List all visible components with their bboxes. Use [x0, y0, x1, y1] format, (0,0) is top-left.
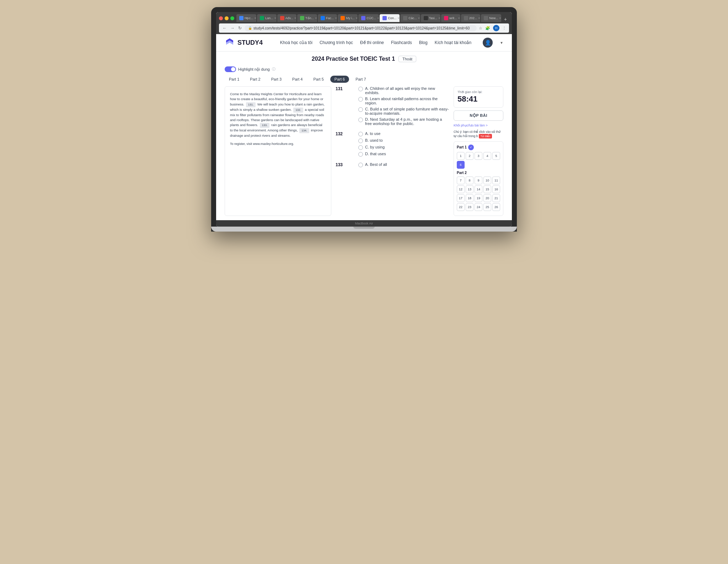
part3-btn[interactable]: Part 3: [267, 76, 286, 83]
num-16[interactable]: 16: [492, 185, 500, 193]
q132-option-b[interactable]: B. used to: [358, 138, 386, 143]
tab-7[interactable]: CÚC... ×: [358, 14, 379, 22]
close-btn[interactable]: [219, 16, 223, 20]
address-bar[interactable]: 🔒 study4.com/tests/4692/practice/?part=1…: [245, 25, 477, 31]
tab-4[interactable]: Tốn... ×: [297, 14, 317, 22]
part2-num-grid: 7 8 9 10 11 12 13 14 15 16: [457, 177, 500, 211]
num-25[interactable]: 25: [483, 203, 491, 211]
q132-option-a[interactable]: A. to use: [358, 131, 386, 136]
num-26[interactable]: 26: [492, 203, 500, 211]
maximize-btn[interactable]: [230, 16, 234, 20]
num-19[interactable]: 19: [475, 194, 482, 202]
vocab-btn[interactable]: Từ điển: [479, 134, 492, 139]
user-avatar[interactable]: 👤: [483, 38, 493, 48]
part1-btn[interactable]: Part 1: [225, 76, 243, 83]
nav-curriculum[interactable]: Chương trình học: [320, 40, 353, 45]
q132-c-text: C. by using: [365, 145, 385, 149]
info-icon: ⓘ: [272, 67, 275, 72]
num-1[interactable]: 1: [457, 152, 465, 160]
tab-12[interactable]: 202... ×: [461, 14, 481, 22]
num-13[interactable]: 13: [466, 185, 473, 193]
num-20[interactable]: 20: [483, 194, 491, 202]
q131-option-d[interactable]: D. Next Saturday at 4 p.m., we are hosti…: [358, 117, 449, 126]
avatar-dropdown-icon[interactable]: ▼: [500, 41, 503, 45]
traffic-lights: [219, 16, 234, 20]
reload-button[interactable]: ↻: [237, 26, 242, 31]
site-logo[interactable]: STUDY4: [225, 38, 263, 48]
radio-131b: [358, 97, 363, 102]
part7-btn[interactable]: Part 7: [351, 76, 370, 83]
num-6[interactable]: 6: [457, 161, 465, 169]
num-12[interactable]: 12: [457, 185, 465, 193]
exit-button[interactable]: Thoát: [398, 56, 416, 62]
num-3[interactable]: 3: [475, 152, 482, 160]
num-8[interactable]: 8: [466, 177, 473, 184]
tab-3[interactable]: Adv... ×: [277, 14, 296, 22]
tab-2[interactable]: Lan... ×: [257, 14, 277, 22]
tab-active[interactable]: Con... ×: [380, 14, 400, 22]
num-10[interactable]: 10: [483, 177, 491, 184]
nav-activate[interactable]: Kích hoạt tài khoản: [435, 40, 471, 45]
nav-blog[interactable]: Blog: [419, 40, 428, 45]
num-23[interactable]: 23: [466, 203, 473, 211]
radio-131a: [358, 87, 363, 91]
restore-link[interactable]: Khôi phục/lưu bài làm >: [454, 124, 503, 127]
timer-value: 58:41: [457, 94, 499, 104]
part4-btn[interactable]: Part 4: [288, 76, 307, 83]
back-button[interactable]: ←: [222, 26, 228, 31]
submit-button[interactable]: NỘP BÀI: [454, 110, 503, 121]
tab-6[interactable]: My i... ×: [338, 14, 358, 22]
num-24[interactable]: 24: [475, 203, 482, 211]
highlight-toggle-container: Highlight nội dung ⓘ: [225, 66, 275, 72]
num-4[interactable]: 4: [483, 152, 491, 160]
radio-132b: [358, 139, 363, 143]
num-22[interactable]: 22: [457, 203, 465, 211]
passage-panel: Come to the Maxley Heights Center for Ho…: [225, 86, 331, 216]
tab-10[interactable]: Tasi... ×: [421, 14, 440, 22]
num-5[interactable]: 5: [492, 152, 500, 160]
q131-option-c[interactable]: C. Build a set of simple patio furniture…: [358, 107, 449, 115]
q131-option-b[interactable]: B. Learn about rainfall patterns across …: [358, 97, 449, 105]
num-15[interactable]: 15: [483, 185, 491, 193]
bookmark-icon[interactable]: ☆: [479, 26, 482, 31]
q131-option-a[interactable]: A. Children of all ages will enjoy the n…: [358, 86, 449, 95]
forward-button[interactable]: →: [230, 26, 235, 31]
num-2[interactable]: 2: [466, 152, 473, 160]
radio-132c: [358, 145, 363, 150]
test-title-text: 2024 Practice Set TOEIC Test 1: [312, 56, 395, 62]
tab-1[interactable]: Học... ×: [236, 14, 256, 22]
tab-5[interactable]: Fac... ×: [318, 14, 337, 22]
q133-option-a[interactable]: A. Best of all: [358, 162, 387, 167]
browser-nav-bar: ← → ↻ 🔒 study4.com/tests/4692/practice/?…: [219, 23, 509, 33]
passage-text: Come to the Maxley Heights Center for Ho…: [230, 92, 326, 138]
menu-icon[interactable]: ⋮: [502, 26, 506, 31]
tab-9[interactable]: Các... ×: [400, 14, 420, 22]
part2-btn[interactable]: Part 2: [246, 76, 264, 83]
q132-option-d[interactable]: D. that uses: [358, 152, 386, 157]
num-18[interactable]: 18: [466, 194, 473, 202]
tab-13[interactable]: New... ×: [481, 14, 501, 22]
nav-flashcards[interactable]: Flashcards: [391, 40, 412, 45]
nav-tests[interactable]: Đề thi online: [360, 40, 384, 45]
num-9[interactable]: 9: [475, 177, 482, 184]
nav-courses[interactable]: Khoá học của tôi: [280, 40, 312, 45]
tab-11[interactable]: writ... ×: [441, 14, 460, 22]
num-14[interactable]: 14: [475, 185, 482, 193]
part6-btn[interactable]: Part 6: [330, 76, 349, 83]
toggle-switch[interactable]: [225, 66, 236, 72]
num-21[interactable]: 21: [492, 194, 500, 202]
profile-icon[interactable]: H: [493, 25, 499, 31]
extensions-icon[interactable]: 🧩: [485, 26, 490, 31]
main-nav: Khoá học của tôi Chương trình học Đề thi…: [280, 38, 503, 48]
q132-option-c[interactable]: C. by using: [358, 145, 386, 150]
lock-icon: 🔒: [248, 26, 252, 30]
question-133: 133 A. Best of all: [336, 162, 449, 167]
part5-btn[interactable]: Part 5: [309, 76, 328, 83]
num-17[interactable]: 17: [457, 194, 465, 202]
questions-panel: 131 A. Children of all ages will enjoy t…: [336, 86, 449, 216]
minimize-btn[interactable]: [225, 16, 229, 20]
num-7[interactable]: 7: [457, 177, 465, 184]
num-11[interactable]: 11: [492, 177, 500, 184]
logo-icon: [225, 38, 235, 48]
new-tab-btn[interactable]: +: [502, 16, 509, 22]
